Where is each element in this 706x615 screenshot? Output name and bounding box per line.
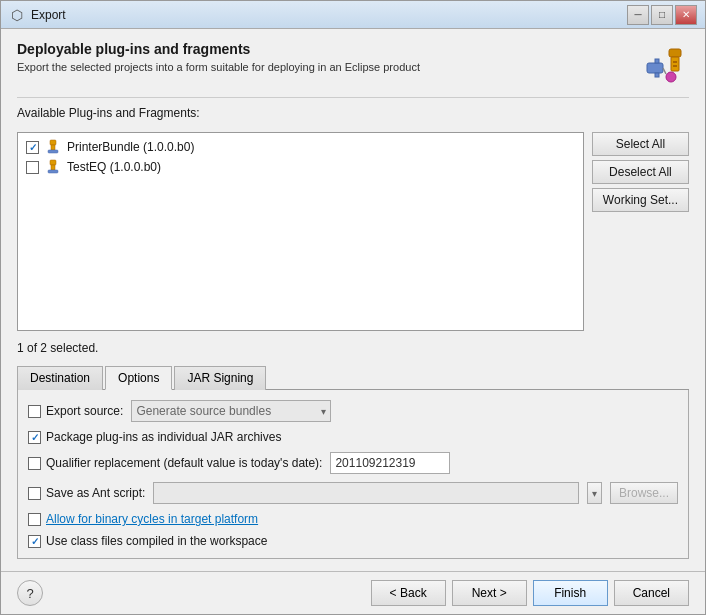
svg-rect-13 [51,165,55,170]
save-ant-dropdown-arrow[interactable]: ▾ [587,482,602,504]
plugin-checkbox-1[interactable] [26,161,39,174]
export-source-label: Export source: [28,404,123,418]
svg-rect-5 [647,63,663,73]
selected-count: 1 of 2 selected. [17,341,689,355]
binary-cycles-checkbox[interactable] [28,513,41,526]
plugin-checkbox-0[interactable] [26,141,39,154]
save-ant-checkbox[interactable] [28,487,41,500]
svg-rect-0 [669,49,681,57]
next-button[interactable]: Next > [452,580,527,606]
qualifier-input[interactable] [330,452,450,474]
plugin-name-0: PrinterBundle (1.0.0.b0) [67,140,194,154]
svg-rect-9 [50,140,56,145]
title-bar: ⬡ Export ─ □ ✕ [1,1,705,29]
deselect-all-button[interactable]: Deselect All [592,160,689,184]
svg-rect-14 [48,170,58,173]
combo-arrow-icon: ▾ [321,406,326,417]
class-files-checkbox[interactable] [28,535,41,548]
minimize-button[interactable]: ─ [627,5,649,25]
bottom-left: ? [17,580,43,606]
tab-bar: Destination Options JAR Signing [17,365,689,390]
tab-jar-signing[interactable]: JAR Signing [174,366,266,390]
bottom-bar: ? < Back Next > Finish Cancel [1,571,705,614]
tab-options[interactable]: Options [105,366,172,390]
svg-rect-10 [51,145,55,150]
svg-rect-1 [671,57,679,71]
save-ant-input[interactable] [153,482,579,504]
svg-rect-3 [673,65,677,67]
tabs-section: Destination Options JAR Signing Export s… [17,365,689,559]
side-buttons: Select All Deselect All Working Set... [592,132,689,331]
plugins-list[interactable]: PrinterBundle (1.0.0.b0) TestEQ (1.0.0.b… [17,132,584,331]
tab-content-options: Export source: Generate source bundles ▾… [17,390,689,559]
export-dialog: ⬡ Export ─ □ ✕ Deployable plug-ins and f… [0,0,706,615]
export-source-row: Export source: Generate source bundles ▾ [28,400,678,422]
package-plugins-label: Package plug-ins as individual JAR archi… [28,430,281,444]
page-title: Deployable plug-ins and fragments [17,41,420,57]
maximize-button[interactable]: □ [651,5,673,25]
binary-cycles-row: Allow for binary cycles in target platfo… [28,512,678,526]
package-plugins-checkbox[interactable] [28,431,41,444]
svg-rect-7 [655,73,659,77]
select-all-button[interactable]: Select All [592,132,689,156]
page-description: Export the selected projects into a form… [17,61,420,73]
deployable-icon [641,41,689,89]
svg-point-4 [666,72,676,82]
window-controls: ─ □ ✕ [627,5,697,25]
tab-destination[interactable]: Destination [17,366,103,390]
class-files-label: Use class files compiled in the workspac… [28,534,267,548]
svg-rect-11 [48,150,58,153]
finish-button[interactable]: Finish [533,580,608,606]
window-title: Export [31,8,627,22]
header-icon [641,41,689,89]
save-ant-label: Save as Ant script: [28,486,145,500]
qualifier-label: Qualifier replacement (default value is … [28,456,322,470]
export-source-combo[interactable]: Generate source bundles ▾ [131,400,331,422]
qualifier-checkbox[interactable] [28,457,41,470]
main-content: Deployable plug-ins and fragments Export… [1,29,705,571]
save-ant-row: Save as Ant script: ▾ Browse... [28,482,678,504]
list-item[interactable]: TestEQ (1.0.0.b0) [22,157,579,177]
window-icon: ⬡ [9,7,25,23]
header-left: Deployable plug-ins and fragments Export… [17,41,420,73]
bottom-buttons: < Back Next > Finish Cancel [371,580,689,606]
plugin-icon [45,159,61,175]
plugins-area: PrinterBundle (1.0.0.b0) TestEQ (1.0.0.b… [17,132,689,331]
header-section: Deployable plug-ins and fragments Export… [17,41,689,98]
available-label: Available Plug-ins and Fragments: [17,106,689,120]
svg-rect-12 [50,160,56,165]
help-button[interactable]: ? [17,580,43,606]
browse-button[interactable]: Browse... [610,482,678,504]
plugin-icon [45,139,61,155]
binary-cycles-label: Allow for binary cycles in target platfo… [28,512,258,526]
svg-rect-2 [673,61,677,63]
list-item[interactable]: PrinterBundle (1.0.0.b0) [22,137,579,157]
class-files-row: Use class files compiled in the workspac… [28,534,678,548]
qualifier-row: Qualifier replacement (default value is … [28,452,678,474]
package-plugins-row: Package plug-ins as individual JAR archi… [28,430,678,444]
export-source-checkbox[interactable] [28,405,41,418]
svg-rect-6 [655,59,659,63]
close-button[interactable]: ✕ [675,5,697,25]
cancel-button[interactable]: Cancel [614,580,689,606]
plugin-name-1: TestEQ (1.0.0.b0) [67,160,161,174]
back-button[interactable]: < Back [371,580,446,606]
working-set-button[interactable]: Working Set... [592,188,689,212]
